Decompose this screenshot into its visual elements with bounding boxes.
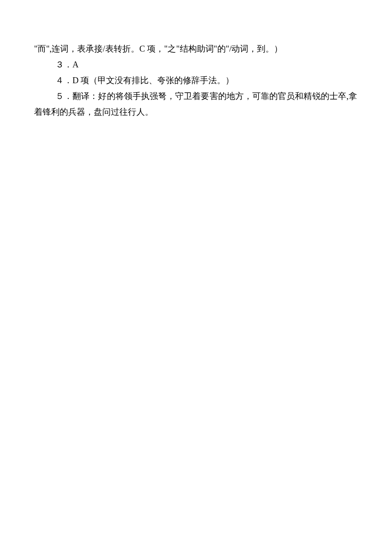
answer-item-5: ５．翻译：好的将领手执强弩，守卫着要害的地方，可靠的官员和精锐的士卒,拿着锋利的…	[34, 88, 357, 120]
paragraph-line-1: "而",连词，表承接/表转折。C 项，"之"结构助词"的"/动词，到。）	[34, 41, 357, 57]
answer-item-4: ４．D 项（甲文没有排比、夸张的修辞手法。）	[34, 73, 357, 88]
document-body: "而",连词，表承接/表转折。C 项，"之"结构助词"的"/动词，到。） ３．A…	[34, 41, 357, 120]
answer-item-3: ３．A	[34, 57, 357, 73]
